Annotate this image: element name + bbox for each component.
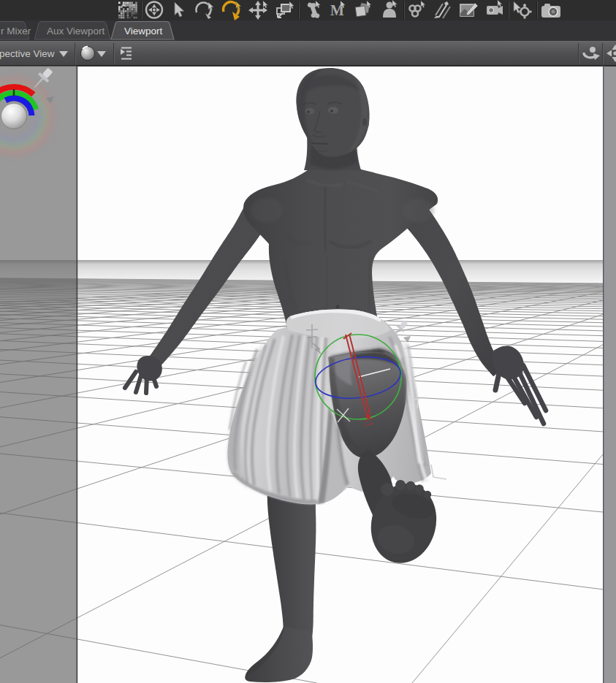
- svg-text:pective View: pective View: [0, 48, 55, 59]
- svg-text:Viewport: Viewport: [124, 26, 163, 37]
- svg-text:r Mixer: r Mixer: [1, 26, 31, 37]
- svg-text:Aux Viewport: Aux Viewport: [47, 26, 105, 37]
